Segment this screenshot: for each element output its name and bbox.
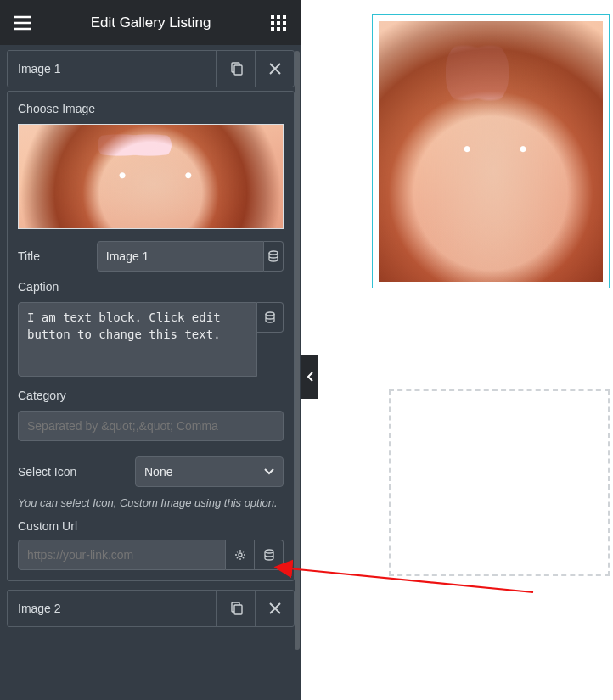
sidebar-body: Image 1 Choose Image Title (0, 45, 301, 700)
chevron-left-icon (306, 372, 313, 382)
custom-url-settings-button[interactable] (226, 540, 255, 570)
svg-rect-16 (234, 605, 242, 614)
title-row: Title (18, 241, 284, 272)
svg-point-11 (269, 251, 278, 255)
custom-url-input[interactable] (18, 540, 226, 570)
selected-widget-frame[interactable] (372, 14, 610, 288)
select-icon-label: Select Icon (18, 456, 135, 487)
select-icon-row: Select Icon None (18, 456, 284, 487)
select-icon-help: You can select Icon, Custom Image using … (18, 496, 284, 511)
svg-rect-7 (277, 27, 280, 31)
caption-dynamic-button[interactable] (257, 302, 284, 333)
svg-rect-5 (283, 21, 286, 25)
select-icon-dropdown[interactable]: None (135, 456, 284, 487)
database-icon (267, 250, 279, 262)
close-icon (269, 602, 281, 614)
duplicate-button[interactable] (216, 591, 255, 626)
sidebar-header: Edit Gallery Listing (0, 0, 301, 45)
svg-rect-10 (234, 65, 242, 75)
editor-sidebar: Edit Gallery Listing Image 1 (0, 0, 301, 700)
gallery-item-body: Choose Image Title Caption I am text blo… (7, 91, 295, 581)
empty-drop-zone[interactable] (389, 389, 610, 576)
svg-rect-3 (271, 21, 274, 25)
remove-button[interactable] (255, 591, 294, 626)
duplicate-button[interactable] (216, 51, 255, 87)
choose-image-label: Choose Image (18, 102, 284, 115)
gallery-item-header: Image 2 (7, 590, 295, 627)
copy-icon (229, 602, 243, 615)
database-icon (263, 549, 275, 561)
caption-label: Caption (18, 280, 284, 294)
menu-icon[interactable] (12, 12, 34, 34)
gallery-item-toggle[interactable]: Image 2 (8, 591, 216, 626)
custom-url-dynamic-button[interactable] (255, 540, 284, 570)
title-input[interactable] (97, 241, 264, 272)
svg-point-13 (239, 553, 242, 557)
remove-button[interactable] (255, 51, 294, 87)
title-dynamic-button[interactable] (264, 241, 284, 272)
chevron-down-icon (264, 468, 274, 475)
gallery-item-header: Image 1 (7, 50, 295, 87)
svg-rect-0 (271, 15, 274, 19)
select-icon-value: None (144, 465, 172, 479)
svg-rect-1 (277, 15, 280, 19)
apps-icon[interactable] (267, 12, 290, 34)
sidebar-scrollbar[interactable] (295, 51, 300, 650)
svg-point-14 (265, 550, 273, 553)
svg-rect-8 (283, 27, 286, 31)
database-icon (264, 311, 276, 323)
title-label: Title (18, 241, 97, 272)
gear-icon (234, 549, 246, 561)
category-label: Category (18, 389, 284, 402)
svg-point-12 (266, 312, 274, 316)
caption-textarea[interactable]: I am text block. Click edit button to ch… (18, 302, 257, 377)
gallery-image-preview (379, 21, 603, 282)
close-icon (269, 63, 281, 75)
svg-rect-6 (271, 27, 274, 31)
image-picker[interactable] (18, 124, 284, 229)
collapse-sidebar-button[interactable] (301, 355, 318, 399)
category-input[interactable] (18, 411, 284, 441)
gallery-item-toggle[interactable]: Image 1 (8, 51, 216, 87)
custom-url-label: Custom Url (18, 519, 284, 533)
svg-rect-4 (277, 21, 280, 25)
canvas (301, 0, 613, 700)
svg-rect-2 (283, 15, 286, 19)
copy-icon (229, 62, 243, 76)
panel-title: Edit Gallery Listing (34, 14, 267, 31)
